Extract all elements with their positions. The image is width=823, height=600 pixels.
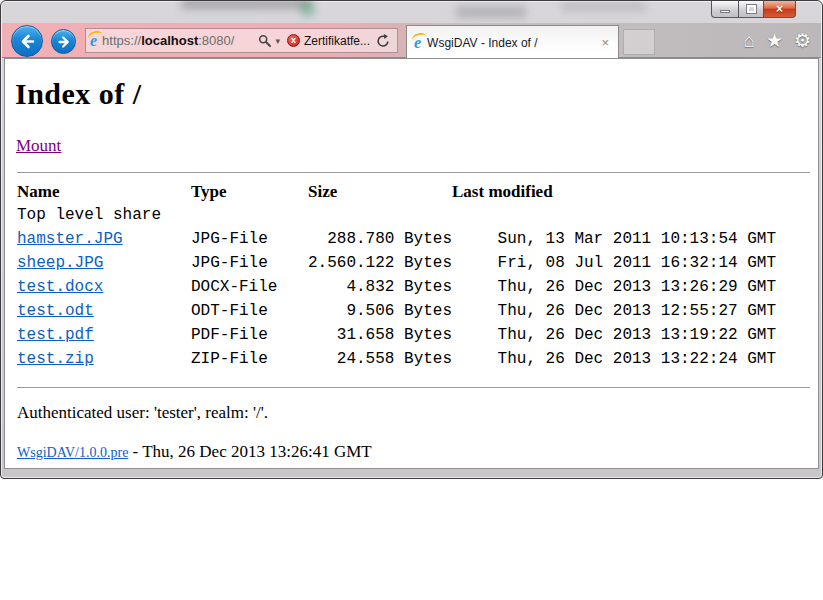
back-arrow-icon bbox=[19, 33, 36, 50]
file-modified: Thu, 26 Dec 2013 13:22:24 GMT bbox=[452, 347, 776, 371]
mount-link[interactable]: Mount bbox=[16, 136, 61, 156]
table-row: test.odt ODT-File 9.506 Bytes Thu, 26 De… bbox=[17, 299, 776, 323]
ie-logo-icon: e bbox=[90, 33, 97, 49]
file-modified: Thu, 26 Dec 2013 13:26:29 GMT bbox=[452, 275, 776, 299]
table-row: test.pdf PDF-File 31.658 Bytes Thu, 26 D… bbox=[17, 323, 776, 347]
share-note-row: Top level share bbox=[17, 203, 776, 227]
minimize-icon bbox=[720, 10, 730, 13]
file-link[interactable]: test.odt bbox=[17, 302, 94, 320]
favorites-star-icon[interactable]: ★ bbox=[766, 28, 783, 54]
address-bar[interactable]: e https://localhost:8080/ ▾ x Zertifikat… bbox=[85, 28, 398, 53]
column-header-last-modified: Last modified bbox=[452, 180, 776, 203]
footer: WsgiDAV/1.0.0.pre - Thu, 26 Dec 2013 13:… bbox=[17, 442, 818, 462]
file-modified: Thu, 26 Dec 2013 12:55:27 GMT bbox=[452, 299, 776, 323]
page-content: Index of / Mount Name Type Size Last mod… bbox=[4, 58, 819, 469]
close-icon: × bbox=[776, 3, 783, 15]
page-title: Index of / bbox=[15, 77, 818, 111]
file-size: 4.832 Bytes bbox=[308, 275, 452, 299]
file-type: PDF-File bbox=[191, 323, 308, 347]
maximize-button[interactable] bbox=[738, 1, 764, 18]
glass-blur-shape bbox=[561, 2, 646, 11]
glass-blur-shape bbox=[301, 1, 314, 16]
close-button[interactable]: × bbox=[763, 1, 796, 18]
divider bbox=[17, 387, 810, 388]
tab-close-icon[interactable]: × bbox=[599, 36, 611, 49]
certificate-error-label: Zertifikatfe... bbox=[304, 34, 370, 48]
file-link[interactable]: sheep.JPG bbox=[17, 254, 103, 272]
divider bbox=[17, 172, 810, 173]
footer-timestamp: - Thu, 26 Dec 2013 13:26:41 GMT bbox=[128, 442, 371, 461]
column-header-size: Size bbox=[308, 180, 452, 203]
file-size: 9.506 Bytes bbox=[308, 299, 452, 323]
certificate-error-icon: x bbox=[287, 34, 300, 47]
window-controls: × bbox=[712, 1, 796, 18]
file-size: 31.658 Bytes bbox=[308, 323, 452, 347]
search-icon[interactable] bbox=[258, 34, 271, 47]
column-header-type: Type bbox=[191, 180, 308, 203]
search-dropdown-icon[interactable]: ▾ bbox=[275, 36, 280, 46]
file-link[interactable]: test.zip bbox=[17, 350, 94, 368]
authenticated-user-text: Authenticated user: 'tester', realm: '/'… bbox=[17, 403, 818, 423]
forward-button[interactable] bbox=[51, 29, 76, 54]
file-type: ZIP-File bbox=[191, 347, 308, 371]
table-row: sheep.JPG JPG-File 2.560.122 Bytes Fri, … bbox=[17, 251, 776, 275]
tab-title: WsgiDAV - Index of / bbox=[427, 36, 593, 50]
file-type: JPG-File bbox=[191, 251, 308, 275]
file-modified: Fri, 08 Jul 2011 16:32:14 GMT bbox=[452, 251, 776, 275]
file-type: ODT-File bbox=[191, 299, 308, 323]
browser-toolbar-icons: ⌂ ★ ⚙ bbox=[743, 28, 811, 54]
file-type: JPG-File bbox=[191, 227, 308, 251]
column-header-name: Name bbox=[17, 180, 191, 203]
table-row: hamster.JPG JPG-File 288.780 Bytes Sun, … bbox=[17, 227, 776, 251]
table-header-row: Name Type Size Last modified bbox=[17, 180, 776, 203]
table-row: test.docx DOCX-File 4.832 Bytes Thu, 26 … bbox=[17, 275, 776, 299]
wsgidav-version-link[interactable]: WsgiDAV/1.0.0.pre bbox=[17, 445, 128, 460]
new-tab-button[interactable] bbox=[623, 29, 655, 55]
tab-wsgidav[interactable]: e WsgiDAV - Index of / × bbox=[406, 25, 619, 59]
minimize-button[interactable] bbox=[711, 1, 739, 18]
file-size: 24.558 Bytes bbox=[308, 347, 452, 371]
back-button[interactable] bbox=[11, 25, 43, 57]
file-link[interactable]: hamster.JPG bbox=[17, 230, 123, 248]
share-note: Top level share bbox=[17, 203, 776, 227]
url-text: https://localhost:8080/ bbox=[102, 33, 255, 48]
glass-blur-shape bbox=[181, 0, 311, 9]
home-icon[interactable]: ⌂ bbox=[743, 28, 754, 54]
glass-blur-shape bbox=[456, 6, 526, 18]
file-type: DOCX-File bbox=[191, 275, 308, 299]
file-link[interactable]: test.pdf bbox=[17, 326, 94, 344]
browser-window: × e https://localhost:8080/ ▾ bbox=[0, 0, 823, 479]
maximize-icon bbox=[747, 5, 756, 13]
forward-arrow-icon bbox=[57, 35, 71, 49]
tab-favicon-ie-icon: e bbox=[414, 35, 421, 51]
navigation-bar: e https://localhost:8080/ ▾ x Zertifikat… bbox=[2, 23, 821, 58]
file-modified: Thu, 26 Dec 2013 13:19:22 GMT bbox=[452, 323, 776, 347]
certificate-error-button[interactable]: x Zertifikatfe... bbox=[284, 32, 373, 50]
file-table: Name Type Size Last modified Top level s… bbox=[17, 180, 776, 371]
refresh-icon[interactable] bbox=[376, 34, 390, 48]
file-link[interactable]: test.docx bbox=[17, 278, 103, 296]
file-size: 2.560.122 Bytes bbox=[308, 251, 452, 275]
tools-gear-icon[interactable]: ⚙ bbox=[794, 28, 811, 54]
file-modified: Sun, 13 Mar 2011 10:13:54 GMT bbox=[452, 227, 776, 251]
table-row: test.zip ZIP-File 24.558 Bytes Thu, 26 D… bbox=[17, 347, 776, 371]
file-table-body: Top level share hamster.JPG JPG-File 288… bbox=[17, 203, 776, 371]
file-size: 288.780 Bytes bbox=[308, 227, 452, 251]
